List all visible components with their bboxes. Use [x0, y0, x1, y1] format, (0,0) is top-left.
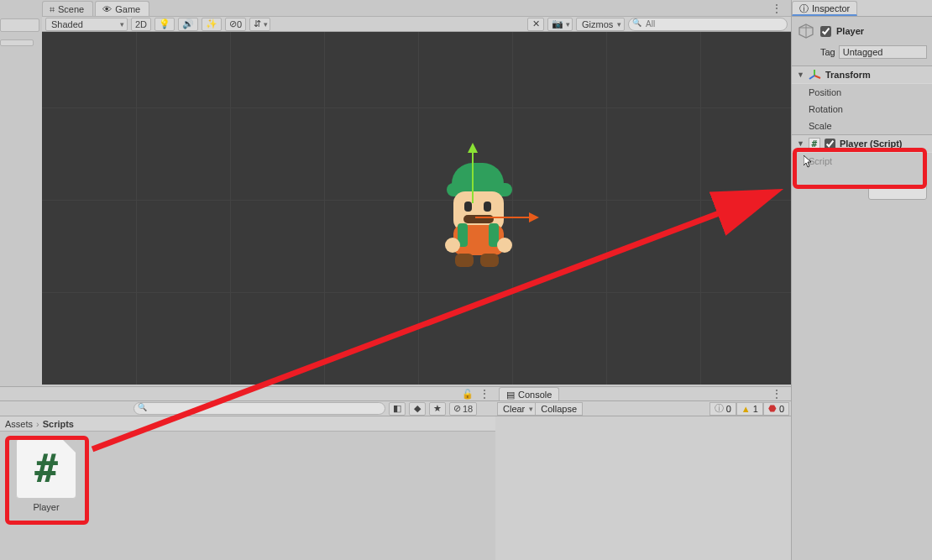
favorite-icon[interactable]: ★: [429, 402, 446, 416]
tag-label: Tag: [820, 47, 835, 57]
add-component-button[interactable]: [868, 185, 927, 200]
asset-label: Player: [13, 502, 80, 512]
breadcrumb-separator: ›: [36, 419, 39, 429]
warn-count: 1: [753, 404, 758, 414]
script-enabled-checkbox[interactable]: [825, 139, 835, 149]
scene-viewport[interactable]: [42, 32, 791, 385]
project-grid[interactable]: # Player: [0, 432, 495, 560]
tab-scene-label: Scene: [58, 4, 84, 14]
filter-label-icon[interactable]: ◆: [409, 402, 426, 416]
hidden-count: 18: [463, 404, 473, 414]
tab-game[interactable]: 👁 Game: [95, 1, 149, 16]
gutter-stub: [0, 39, 34, 46]
audio-icon[interactable]: 🔊: [178, 18, 198, 31]
console-toolbar: Clear ▾ Collapse ⓘ 0 ▲ 1 ⬣ 0: [495, 401, 791, 416]
lock-icon[interactable]: 🔓: [462, 389, 474, 400]
game-icon: 👁: [102, 5, 112, 14]
console-icon: ▤: [506, 390, 515, 400]
scene-search-input[interactable]: All: [628, 18, 788, 31]
gutter-field[interactable]: [0, 18, 39, 32]
cube-icon[interactable]: [797, 22, 815, 40]
console-body[interactable]: [495, 416, 791, 560]
svg-line-4: [814, 76, 820, 78]
foldout-icon: ▼: [797, 71, 804, 79]
mode-2d-toggle[interactable]: 2D: [131, 18, 151, 31]
foldout-icon: ▼: [797, 139, 804, 148]
svg-marker-6: [804, 155, 811, 167]
inspector-tab-row: ⓘ Inspector: [792, 0, 932, 17]
scene-tab-strip: ⌗ Scene 👁 Game ⋮: [42, 0, 791, 17]
asset-tile: #: [16, 438, 76, 499]
console-options-icon[interactable]: ⋮: [771, 387, 791, 400]
tag-value: Untagged: [843, 47, 883, 57]
breadcrumb: Assets › Scripts: [0, 416, 495, 432]
breadcrumb-root[interactable]: Assets: [5, 419, 33, 429]
script-field-row: Script: [792, 153, 932, 170]
overlay-dropdown[interactable]: ⇵ ▾: [249, 18, 270, 31]
transform-scale-row[interactable]: Scale: [792, 118, 932, 134]
tab-console[interactable]: ▤ Console: [499, 387, 559, 400]
gameobject-enabled-checkbox[interactable]: [820, 26, 831, 37]
svg-line-5: [809, 76, 814, 79]
tab-options-icon[interactable]: ⋮: [771, 2, 791, 15]
transform-title: Transform: [825, 70, 871, 80]
shading-mode-label: Shaded: [51, 19, 83, 29]
visibility-toggle[interactable]: ⊘ 0: [225, 18, 246, 31]
gameobject-name[interactable]: Player: [836, 26, 864, 36]
gizmo-y-axis[interactable]: [472, 153, 474, 203]
cursor-icon: [804, 155, 814, 169]
eye-off-icon: ⊘: [453, 403, 461, 414]
camera-dropdown[interactable]: 📷 ▾: [547, 18, 573, 31]
project-options-icon[interactable]: ⋮: [479, 387, 490, 400]
gizmos-dropdown[interactable]: Gizmos: [576, 18, 625, 31]
console-tab-row: ▤ Console ⋮: [495, 386, 791, 401]
eye-off-icon: ⊘: [229, 18, 237, 29]
tab-inspector-label: Inspector: [812, 3, 850, 13]
transform-rotation-row[interactable]: Rotation: [792, 101, 932, 118]
scene-search-placeholder: All: [644, 19, 655, 29]
scale-label: Scale: [809, 121, 832, 131]
transform-header[interactable]: ▼ Transform: [792, 65, 932, 84]
tab-game-label: Game: [115, 4, 140, 14]
tab-scene[interactable]: ⌗ Scene: [42, 1, 93, 16]
scene-toolbar: Shaded 2D 💡 🔊 ✨ ⊘ 0 ⇵ ▾ ✕ 📷 ▾ Gizmos All: [42, 17, 791, 32]
fx-icon[interactable]: ✨: [202, 18, 222, 31]
tools-icon[interactable]: ✕: [527, 18, 544, 31]
camera-icon: 📷: [552, 18, 563, 29]
rotation-label: Rotation: [809, 104, 843, 114]
collapse-label: Collapse: [541, 404, 577, 414]
error-badge[interactable]: ⬣ 0: [763, 402, 789, 416]
shading-mode-dropdown[interactable]: Shaded: [45, 18, 128, 31]
clear-dropdown[interactable]: Clear ▾: [497, 402, 535, 416]
scene-icon: ⌗: [50, 5, 55, 14]
breadcrumb-folder[interactable]: Scripts: [43, 419, 74, 429]
info-badge[interactable]: ⓘ 0: [709, 402, 736, 416]
player-script-title: Player (Script): [840, 139, 903, 149]
asset-player-script[interactable]: # Player: [13, 438, 80, 512]
transform-position-row[interactable]: Position: [792, 84, 932, 101]
gizmo-x-axis[interactable]: [475, 217, 529, 218]
inspector-panel: ⓘ Inspector Player Tag Untagged ▼ Transf…: [791, 0, 932, 560]
warn-badge[interactable]: ▲ 1: [736, 402, 763, 416]
project-search-input[interactable]: [134, 402, 385, 415]
csharp-icon: #: [34, 446, 58, 491]
inspector-info-icon: ⓘ: [799, 3, 809, 15]
tab-inspector[interactable]: ⓘ Inspector: [792, 1, 857, 16]
lightbulb-icon[interactable]: 💡: [154, 18, 175, 31]
mode-2d-label: 2D: [135, 19, 147, 29]
collapse-button[interactable]: Collapse: [535, 402, 583, 416]
filter-type-icon[interactable]: ◧: [389, 402, 406, 416]
tag-dropdown[interactable]: Untagged: [839, 45, 927, 59]
info-count: 0: [726, 404, 731, 414]
position-label: Position: [809, 87, 841, 97]
hidden-count-toggle[interactable]: ⊘ 18: [449, 402, 477, 416]
warn-icon: ▲: [741, 404, 751, 414]
project-panel-header: 🔓 ⋮: [0, 386, 495, 401]
player-script-header[interactable]: ▼ # Player (Script): [792, 134, 932, 153]
info-icon: ⓘ: [715, 402, 724, 415]
visibility-count: 0: [237, 19, 242, 29]
transform-icon: [809, 69, 821, 81]
tab-console-label: Console: [518, 390, 552, 400]
overlay-icon: ⇵: [254, 18, 261, 29]
tag-row: Tag Untagged: [792, 44, 932, 65]
